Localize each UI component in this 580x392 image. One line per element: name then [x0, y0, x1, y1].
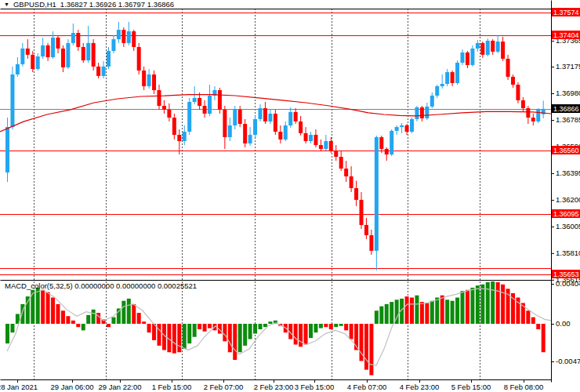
candle[interactable] — [208, 96, 212, 114]
candle[interactable] — [107, 51, 111, 67]
candle[interactable] — [385, 149, 389, 154]
candle[interactable] — [445, 72, 449, 84]
candle[interactable] — [253, 119, 257, 135]
candle[interactable] — [288, 112, 292, 125]
candle[interactable] — [51, 38, 55, 57]
candle[interactable] — [127, 31, 131, 43]
candle[interactable] — [82, 47, 85, 60]
candle[interactable] — [5, 127, 9, 172]
candle[interactable] — [263, 108, 267, 122]
candle[interactable] — [238, 110, 242, 124]
candle[interactable] — [193, 98, 197, 102]
candle[interactable] — [480, 43, 484, 55]
candle[interactable] — [339, 157, 343, 169]
candle[interactable] — [400, 125, 404, 127]
candle[interactable] — [152, 74, 156, 90]
candle[interactable] — [31, 55, 34, 69]
candle[interactable] — [506, 59, 510, 77]
candle[interactable] — [299, 122, 303, 133]
candle[interactable] — [137, 47, 141, 71]
candle[interactable] — [36, 56, 40, 69]
candle[interactable] — [501, 42, 505, 59]
candle[interactable] — [111, 39, 115, 51]
candle[interactable] — [66, 43, 70, 67]
candle[interactable] — [26, 49, 30, 55]
candle[interactable] — [198, 98, 201, 106]
candle[interactable] — [390, 131, 393, 154]
candle[interactable] — [46, 45, 50, 57]
candle[interactable] — [395, 127, 399, 131]
candle[interactable] — [172, 118, 176, 135]
candle[interactable] — [466, 53, 469, 65]
candle[interactable] — [86, 43, 90, 60]
candle[interactable] — [526, 108, 530, 118]
candle[interactable] — [41, 45, 45, 56]
candle[interactable] — [491, 41, 495, 52]
candle[interactable] — [203, 106, 207, 114]
candle[interactable] — [405, 125, 409, 132]
candle[interactable] — [531, 118, 535, 122]
candle[interactable] — [268, 114, 272, 122]
candle[interactable] — [344, 169, 348, 176]
candle[interactable] — [461, 53, 465, 63]
candle[interactable] — [455, 63, 459, 83]
candle[interactable] — [476, 43, 480, 49]
candle[interactable] — [329, 141, 333, 151]
price-chart-canvas[interactable]: 1.373651.371751.369801.367851.365901.363… — [0, 0, 580, 392]
candle[interactable] — [158, 90, 161, 106]
symbol-dropdown-icon[interactable]: ▼ — [4, 1, 9, 8]
candle[interactable] — [420, 107, 424, 118]
candle[interactable] — [248, 135, 252, 143]
candle[interactable] — [369, 235, 373, 251]
candle[interactable] — [228, 125, 232, 137]
candle[interactable] — [102, 67, 106, 76]
candle[interactable] — [364, 225, 368, 235]
candle[interactable] — [167, 110, 171, 118]
candle[interactable] — [76, 33, 80, 47]
candle[interactable] — [243, 124, 247, 143]
candle[interactable] — [284, 125, 288, 140]
candle[interactable] — [319, 145, 323, 149]
candle[interactable] — [20, 49, 24, 64]
candle[interactable] — [61, 49, 65, 67]
candle[interactable] — [379, 137, 383, 149]
candle[interactable] — [10, 74, 14, 127]
candle[interactable] — [470, 49, 474, 65]
candle[interactable] — [314, 135, 317, 145]
candle[interactable] — [334, 151, 338, 157]
candle[interactable] — [177, 135, 181, 141]
candle[interactable] — [92, 43, 96, 67]
candle[interactable] — [96, 67, 100, 76]
candle[interactable] — [496, 42, 500, 52]
candle[interactable] — [415, 107, 419, 119]
candle[interactable] — [117, 30, 121, 39]
candle[interactable] — [360, 200, 364, 225]
candle[interactable] — [233, 110, 237, 125]
candle[interactable] — [278, 132, 282, 140]
candle[interactable] — [375, 137, 379, 251]
candle[interactable] — [294, 112, 298, 122]
candle[interactable] — [304, 133, 308, 141]
candle[interactable] — [121, 30, 125, 43]
candle[interactable] — [183, 132, 187, 141]
candle[interactable] — [324, 141, 328, 149]
candle[interactable] — [132, 31, 136, 47]
candle[interactable] — [223, 110, 227, 137]
candle[interactable] — [309, 135, 313, 141]
candle[interactable] — [56, 38, 60, 49]
candle[interactable] — [187, 102, 191, 132]
candle[interactable] — [350, 176, 353, 188]
candle[interactable] — [430, 96, 434, 107]
candle[interactable] — [218, 90, 222, 110]
candle[interactable] — [451, 72, 455, 83]
candle[interactable] — [259, 108, 263, 119]
candle[interactable] — [162, 106, 166, 110]
candle[interactable] — [410, 119, 414, 132]
candle[interactable] — [425, 107, 429, 118]
candle[interactable] — [435, 86, 439, 96]
candle[interactable] — [440, 84, 444, 86]
candle[interactable] — [354, 188, 358, 200]
candle[interactable] — [536, 110, 540, 122]
candle[interactable] — [274, 114, 277, 132]
candle[interactable] — [511, 77, 515, 85]
